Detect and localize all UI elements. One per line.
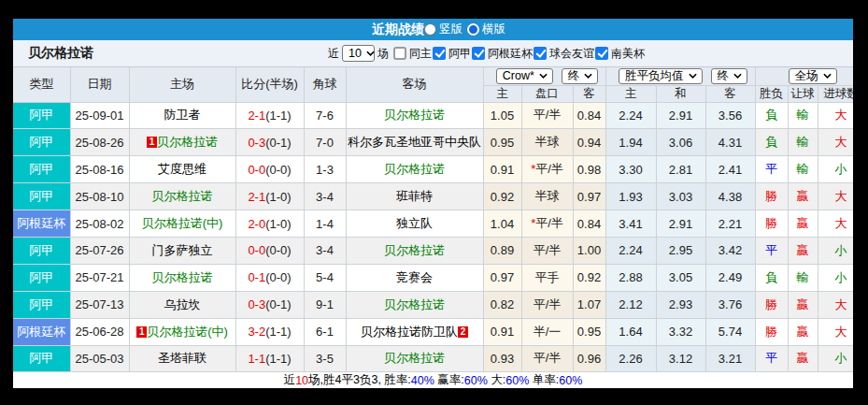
- cell-result: 勝: [755, 291, 788, 318]
- cell-eu-home-odds: 2.26: [605, 345, 656, 372]
- cell-corners: 7-6: [304, 102, 346, 129]
- cell-home-team: 门多萨独立: [129, 237, 235, 264]
- cell-league: 阿甲: [13, 102, 70, 129]
- cell-date: 25-08-02: [70, 210, 129, 238]
- cell-ah-away-odds: 0.94: [573, 129, 605, 156]
- cell-corners: 9-1: [304, 291, 346, 318]
- cell-result: 勝: [755, 183, 788, 210]
- subcol-eu-home: 主: [605, 85, 656, 102]
- copa-sudamericana-checkbox[interactable]: [595, 47, 608, 60]
- cell-away-team: 班菲特: [346, 183, 483, 210]
- cell-eu-away-odds: 4.31: [705, 129, 755, 156]
- cell-corners: 3-4: [304, 183, 346, 210]
- league-aj-checkbox[interactable]: [433, 47, 446, 60]
- cell-eu-away-odds: 5.74: [705, 318, 755, 345]
- filter-league-aj[interactable]: 阿甲: [433, 46, 471, 62]
- cell-home-team: 1贝尔格拉诺: [129, 129, 235, 156]
- cell-ah-home-odds: 0.93: [483, 345, 521, 372]
- result-row: 阿甲25-09-01防卫者2-1(1-1)7-6贝尔格拉诺1.05平/半0.84…: [13, 102, 853, 129]
- subcol-eu-away: 客: [705, 85, 755, 102]
- fulltime-group-header: 全场: [755, 67, 853, 85]
- radio-vertical-label[interactable]: 竖版: [439, 22, 462, 37]
- cell-league: 阿甲: [13, 183, 70, 210]
- cell-ah-line: 半/一: [521, 318, 573, 345]
- team-name-text: 贝尔格拉诺: [152, 270, 213, 284]
- cell-away-team: 贝尔格拉诺: [346, 291, 483, 318]
- subcol-ah-result: 让球: [788, 85, 818, 102]
- cell-date: 25-08-16: [70, 156, 129, 183]
- cell-league: 阿根廷杯: [13, 210, 70, 238]
- same-home-checkbox[interactable]: [393, 47, 406, 60]
- col-type: 类型: [13, 67, 70, 102]
- cell-ah-line: 平手: [521, 264, 573, 291]
- odds-time-select[interactable]: 终: [562, 68, 599, 84]
- cell-ah-result: 贏: [788, 237, 818, 264]
- cell-result: 勝: [755, 318, 788, 345]
- cup-argentina-checkbox[interactable]: [472, 47, 485, 60]
- filter-friendly[interactable]: 球会友谊: [534, 46, 594, 62]
- cell-score: 0-0(0-0): [235, 156, 304, 183]
- cell-goals: 大: [818, 102, 853, 129]
- cell-eu-home-odds: 1.94: [605, 129, 656, 156]
- eu-odds-select[interactable]: 胜平负均值: [619, 68, 703, 84]
- cell-ah-home-odds: 0.97: [483, 264, 521, 291]
- cell-eu-draw-odds: 2.81: [656, 156, 705, 183]
- cell-result: 勝: [755, 210, 788, 238]
- games-count-select[interactable]: 10: [342, 45, 375, 62]
- cell-date: 25-07-21: [70, 264, 129, 291]
- team-name-text: 科尔多瓦圣地亚哥中央队: [348, 135, 481, 149]
- col-score: 比分(半场): [235, 67, 304, 102]
- cell-ah-result: 輸: [788, 156, 818, 183]
- cell-ah-line: *平/半: [521, 156, 573, 183]
- cell-corners: 7-0: [304, 129, 346, 156]
- cell-league: 阿甲: [13, 264, 70, 291]
- filter-same-home[interactable]: 同主: [393, 46, 432, 62]
- cell-goals: 小: [818, 237, 853, 264]
- bookmaker-select[interactable]: Crow*: [496, 68, 553, 84]
- cell-corners: 3-4: [304, 237, 346, 264]
- cell-eu-away-odds: 3.56: [705, 102, 755, 129]
- cell-eu-away-odds: 2.21: [705, 210, 755, 238]
- radio-horizontal-label[interactable]: 横版: [482, 22, 505, 37]
- cell-score: 2-1(1-1): [235, 102, 304, 129]
- radio-vertical-layout[interactable]: [424, 23, 436, 36]
- friendly-checkbox[interactable]: [534, 47, 547, 60]
- cell-league: 阿甲: [13, 156, 70, 183]
- cell-score: 0-0(0-0): [235, 237, 304, 264]
- cell-eu-away-odds: 3.42: [705, 237, 755, 264]
- cell-corners: 6-1: [304, 318, 346, 345]
- panel-title: 近期战绩: [372, 22, 424, 38]
- results-body: 阿甲25-09-01防卫者2-1(1-1)7-6贝尔格拉诺1.05平/半0.84…: [13, 102, 853, 372]
- summary-footer: 近10场,胜4平3负3, 胜率:40% 赢率:60% 大:60% 单率:60%: [13, 372, 853, 388]
- result-row: 阿根廷杯25-06-281贝尔格拉诺(中)3-2(1-1)6-1贝尔格拉诺防卫队…: [13, 318, 853, 345]
- cell-eu-away-odds: 3.76: [705, 291, 755, 318]
- cell-corners: 3-5: [304, 345, 346, 372]
- cell-ah-line: 平/半: [521, 291, 573, 318]
- cell-eu-away-odds: 3.21: [705, 345, 755, 372]
- cell-eu-home-odds: 1.93: [605, 183, 656, 210]
- radio-horizontal-layout[interactable]: [467, 23, 479, 36]
- red-card-badge: 1: [136, 326, 147, 338]
- near-label: 近: [328, 46, 339, 62]
- cell-home-team: 贝尔格拉诺: [129, 183, 235, 210]
- team-name-text: 贝尔格拉诺(中): [147, 325, 228, 339]
- filter-copa-sudamericana[interactable]: 南美杯: [595, 46, 645, 62]
- cell-ah-result: 贏: [788, 183, 818, 210]
- cell-ah-result: 輸: [788, 129, 818, 156]
- subcol-eu-draw: 和: [656, 85, 705, 102]
- result-row: 阿甲25-05-03圣塔菲联1-1(1-1)3-5贝尔格拉诺0.93平/半0.9…: [13, 345, 853, 372]
- cell-goals: 大: [818, 183, 853, 210]
- screenshot-stage: 近期战绩 竖版 横版 贝尔格拉诺 近 10 场 同主 阿甲 阿根廷杯 球会友谊 …: [0, 0, 868, 405]
- team-name-text: 贝尔格拉诺: [384, 243, 445, 257]
- cell-home-team: 乌拉坎: [129, 291, 235, 318]
- subcol-goals: 进球数: [818, 85, 853, 102]
- cell-eu-home-odds: 2.12: [605, 291, 656, 318]
- fulltime-select[interactable]: 全场: [789, 68, 837, 84]
- cell-ah-away-odds: 1.07: [573, 291, 605, 318]
- cell-away-team: 科尔多瓦圣地亚哥中央队: [346, 129, 483, 156]
- filter-cup-argentina[interactable]: 阿根廷杯: [472, 46, 533, 62]
- titlebar: 近期战绩 竖版 横版: [13, 19, 853, 40]
- result-row: 阿甲25-07-13乌拉坎0-3(0-1)9-1贝尔格拉诺0.82平/半1.07…: [13, 291, 853, 318]
- summary-segment: 40%: [411, 374, 434, 387]
- eu-time-select[interactable]: 终: [711, 68, 748, 84]
